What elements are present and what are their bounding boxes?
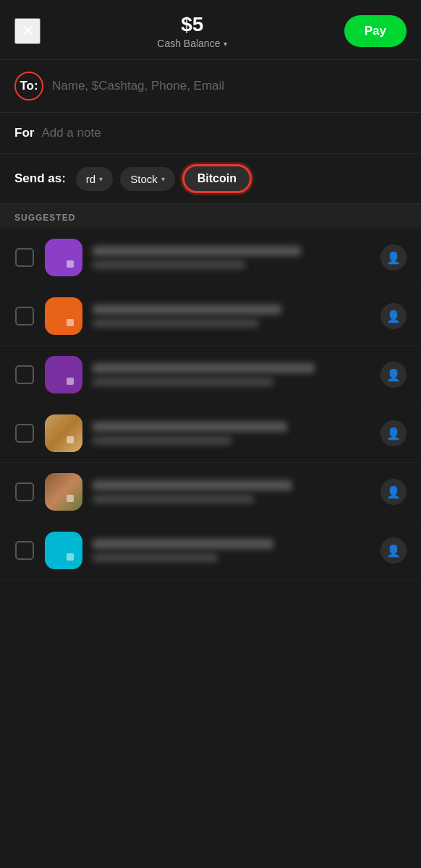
avatar-pixel	[67, 553, 74, 561]
avatar-pixel	[67, 260, 74, 268]
contact-checkbox[interactable]	[14, 423, 35, 443]
avatar	[45, 473, 82, 511]
stock-label: Stock	[130, 173, 158, 185]
avatar	[45, 414, 82, 452]
contact-list: 👤 👤 👤	[0, 229, 421, 580]
avatar	[45, 239, 82, 276]
contact-detail-line	[93, 553, 218, 562]
contact-detail-line	[93, 495, 254, 503]
close-button[interactable]: ✕	[14, 18, 41, 44]
list-item[interactable]: 👤	[0, 287, 421, 346]
contact-name-line	[93, 246, 301, 256]
list-item[interactable]: 👤	[0, 522, 421, 580]
to-label: To:	[20, 79, 38, 93]
balance-selector[interactable]: Cash Balance ▾	[157, 38, 227, 49]
contact-name-line	[93, 422, 287, 432]
add-person-button[interactable]: 👤	[380, 244, 407, 271]
checkbox-corner-icon	[15, 541, 34, 560]
avatar	[45, 297, 82, 335]
avatar-pixel	[67, 436, 74, 443]
person-icon: 👤	[386, 544, 401, 558]
contact-detail-line	[93, 319, 259, 328]
pay-button[interactable]: Pay	[344, 15, 407, 47]
header: ✕ $5 Cash Balance ▾ Pay	[0, 0, 421, 59]
to-label-circle: To:	[14, 72, 43, 101]
list-item[interactable]: 👤	[0, 463, 421, 522]
for-field[interactable]: For Add a note	[0, 113, 421, 154]
standard-label: rd	[86, 173, 95, 185]
checkbox-corner-icon	[15, 424, 34, 443]
contact-name-line	[93, 480, 292, 490]
contact-name-line	[93, 305, 281, 315]
suggested-section-label: SUGGESTED	[0, 204, 421, 229]
person-icon: 👤	[386, 485, 401, 499]
avatar	[45, 532, 82, 569]
contact-info	[93, 363, 370, 386]
checkbox-corner-icon	[15, 248, 34, 267]
list-item[interactable]: 👤	[0, 229, 421, 287]
standard-button[interactable]: rd ▾	[76, 167, 113, 191]
contact-info	[93, 246, 370, 269]
person-icon: 👤	[386, 310, 401, 323]
send-as-row: Send as: rd ▾ Stock ▾ Bitcoin	[0, 154, 421, 204]
contact-checkbox[interactable]	[14, 540, 35, 561]
avatar-pixel	[67, 378, 74, 385]
avatar-pixel	[67, 319, 74, 326]
add-person-button[interactable]: 👤	[380, 420, 407, 446]
for-label: For	[14, 126, 34, 140]
bitcoin-button[interactable]: Bitcoin	[182, 164, 252, 193]
stock-button[interactable]: Stock ▾	[120, 167, 175, 191]
add-person-button[interactable]: 👤	[380, 303, 407, 329]
checkbox-corner-icon	[15, 307, 34, 326]
contact-name-line	[93, 539, 273, 549]
contact-name-line	[93, 363, 315, 373]
contact-info	[93, 422, 370, 445]
person-icon: 👤	[386, 251, 401, 265]
contact-checkbox[interactable]	[14, 482, 35, 502]
contact-detail-line	[93, 436, 231, 445]
contact-checkbox[interactable]	[14, 247, 35, 268]
contact-info	[93, 480, 370, 503]
standard-chevron-icon: ▾	[99, 175, 103, 183]
add-person-button[interactable]: 👤	[380, 537, 407, 563]
avatar-pixel	[67, 495, 74, 502]
balance-label: Cash Balance	[157, 38, 220, 49]
chevron-down-icon: ▾	[224, 40, 227, 48]
list-item[interactable]: 👤	[0, 346, 421, 404]
person-icon: 👤	[386, 368, 401, 382]
contact-checkbox[interactable]	[14, 306, 35, 326]
header-center: $5 Cash Balance ▾	[157, 13, 227, 49]
stock-chevron-icon: ▾	[161, 175, 165, 183]
avatar	[45, 356, 82, 393]
contact-checkbox[interactable]	[14, 365, 35, 385]
contact-detail-line	[93, 378, 273, 386]
to-input-placeholder[interactable]: Name, $Cashtag, Phone, Email	[52, 79, 224, 93]
for-input-placeholder[interactable]: Add a note	[41, 126, 101, 140]
contact-info	[93, 539, 370, 562]
person-icon: 👤	[386, 427, 401, 441]
add-person-button[interactable]: 👤	[380, 362, 407, 388]
checkbox-corner-icon	[15, 365, 34, 384]
contact-info	[93, 305, 370, 328]
add-person-button[interactable]: 👤	[380, 479, 407, 505]
checkbox-corner-icon	[15, 482, 34, 501]
send-as-label: Send as:	[14, 171, 66, 186]
contact-detail-line	[93, 260, 245, 269]
list-item[interactable]: 👤	[0, 404, 421, 463]
to-field[interactable]: To: Name, $Cashtag, Phone, Email	[0, 59, 421, 113]
amount-display: $5	[157, 13, 227, 36]
